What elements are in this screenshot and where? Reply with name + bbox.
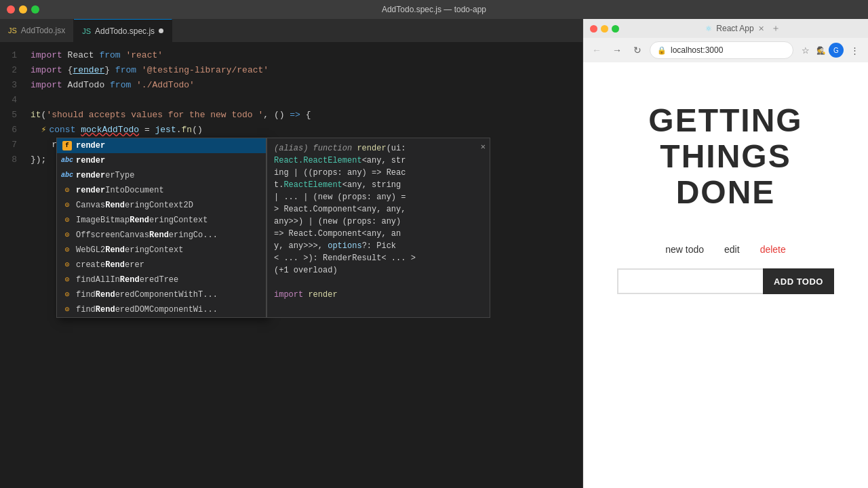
address-text: localhost:3000 [671,45,723,55]
tab-edit[interactable]: edit [724,244,740,255]
jsx-icon: JS [8,26,17,35]
autocomplete-item[interactable]: ◎ findRenderedComponentWithT... [57,287,266,302]
tab1-label: AddTodo.jsx [21,26,65,35]
autocomplete-item[interactable]: abc render [57,153,266,168]
autocomplete-list: f render abc render abc rendererType [56,138,267,318]
browser-close[interactable] [590,25,597,33]
autocomplete-label: OffscreenCanvasRenderingCo... [76,228,218,243]
code-line: 4 [0,93,583,108]
tab-new-todo[interactable]: new todo [665,244,704,255]
app-title: GETTING THINGS DONE [597,103,854,210]
autocomplete-label: createRenderer [76,258,144,272]
menu-button[interactable]: ⋮ [846,42,863,58]
editor-pane: JS AddTodo.jsx JS AddTodo.spec.js 1 impo… [0,19,583,488]
back-button[interactable]: ← [589,42,605,58]
code-line: 2 import {render} from '@testing-library… [0,63,583,78]
autocomplete-tooltip: ✕ (alias) function render(ui: React.Reac… [267,138,490,318]
close-button[interactable] [7,5,15,14]
interface-icon: ◎ [62,275,72,285]
todo-tabs: new todo edit delete [665,244,786,255]
code-editor[interactable]: 1 import React from 'react' 2 import {re… [0,43,583,488]
add-todo-button[interactable]: ADD TODO [763,268,834,294]
browser-toolbar: ← → ↻ 🔒 localhost:3000 ☆ 🕵 G ⋮ [583,38,868,62]
interface-icon: ◎ [62,260,72,270]
autocomplete-item[interactable]: ◎ ImageBitmapRenderingContext [57,213,266,228]
spec-icon: JS [82,27,91,35]
tab-bar: JS AddTodo.jsx JS AddTodo.spec.js [0,19,583,43]
autocomplete-item[interactable]: ◎ findAllInRenderedTree [57,272,266,287]
tab-addtodo-jsx[interactable]: JS AddTodo.jsx [0,19,74,42]
autocomplete-label: render [76,138,105,153]
incognito-icon: 🕵 [816,46,826,55]
minimize-button[interactable] [19,5,27,14]
forward-button[interactable]: → [609,42,625,58]
browser-tab-close[interactable]: ✕ [758,24,764,33]
tooltip-content: (alias) function render(ui: React.ReactE… [274,142,483,301]
autocomplete-label: findRenderedComponentWithT... [76,287,218,302]
func-icon: f [62,141,72,150]
lock-icon: 🔒 [657,46,667,55]
address-bar[interactable]: 🔒 localhost:3000 [650,41,793,59]
interface-icon: ◎ [62,305,72,314]
browser-titlebar: ⚛ React App ✕ ＋ [583,19,868,38]
autocomplete-item[interactable]: ◎ createRenderer [57,258,266,272]
browser-actions: ☆ 🕵 G ⋮ [797,42,863,58]
autocomplete-container: f render abc render abc rendererType [56,138,490,318]
browser-minimize[interactable] [601,25,608,33]
interface-icon: ◎ [62,245,72,255]
abc-icon: abc [62,171,72,180]
autocomplete-label: findAllInRenderedTree [76,272,178,287]
interface-icon: ◎ [62,201,72,210]
browser-content: GETTING THINGS DONE new todo edit delete… [583,62,868,488]
browser-tab-add[interactable]: ＋ [771,22,781,35]
autocomplete-label: render [76,153,105,168]
interface-icon: ◎ [62,216,72,225]
tab2-label: AddTodo.spec.js [95,26,155,36]
tab-delete[interactable]: delete [760,244,786,255]
browser-maximize[interactable] [612,25,619,33]
modified-dot [159,28,163,33]
code-line: 1 import React from 'react' [0,48,583,63]
refresh-button[interactable]: ↻ [629,42,646,58]
bookmark-button[interactable]: ☆ [797,42,814,58]
browser-pane: ⚛ React App ✕ ＋ ← → ↻ 🔒 localhost:3000 ☆… [583,19,868,488]
react-icon: ⚛ [705,24,712,33]
autocomplete-item[interactable]: ◎ OffscreenCanvasRenderingCo... [57,228,266,243]
autocomplete-item[interactable]: ◎ findRenderedDOMComponentWi... [57,302,266,317]
editor-traffic-lights [7,5,39,14]
autocomplete-label: rendererType [76,168,134,183]
title-bar: AddTodo.spec.js — todo-app [0,0,868,19]
window-title: AddTodo.spec.js — todo-app [382,5,486,14]
browser-tab[interactable]: ⚛ React App ✕ ＋ [625,22,861,35]
autocomplete-label: findRenderedDOMComponentWi... [76,302,218,317]
maximize-button[interactable] [31,5,39,14]
code-line: 5 it('should accepts values for the new … [0,108,583,123]
autocomplete-item[interactable]: f render [57,138,266,153]
tooltip-close-button[interactable]: ✕ [481,141,486,153]
autocomplete-label: WebGL2RenderingContext [76,243,183,258]
code-line: 3 import AddTodo from './AddTodo' [0,78,583,93]
main-container: JS AddTodo.jsx JS AddTodo.spec.js 1 impo… [0,19,868,488]
autocomplete-item[interactable]: ◎ WebGL2RenderingContext [57,243,266,258]
tab-addtodo-spec[interactable]: JS AddTodo.spec.js [74,19,172,42]
todo-input[interactable] [617,268,763,294]
autocomplete-item[interactable]: abc rendererType [57,168,266,183]
browser-traffic-lights [590,25,619,33]
autocomplete-item[interactable]: ◎ CanvasRenderingContext2D [57,198,266,213]
autocomplete-label: CanvasRenderingContext2D [76,198,193,213]
abc-icon: abc [62,156,72,165]
autocomplete-label: renderIntoDocument [76,183,164,198]
autocomplete-item[interactable]: ◎ renderIntoDocument [57,183,266,198]
interface-icon: ◎ [62,290,72,300]
code-line: 6 ⚡const mockAddTodo = jest.fn() [0,123,583,138]
interface-icon: ◎ [62,186,72,195]
todo-input-row: ADD TODO [617,268,834,294]
autocomplete-label: ImageBitmapRenderingContext [76,213,208,228]
browser-tab-title: React App [716,24,753,33]
interface-icon: ◎ [62,230,72,240]
profile-button[interactable]: G [829,43,844,58]
